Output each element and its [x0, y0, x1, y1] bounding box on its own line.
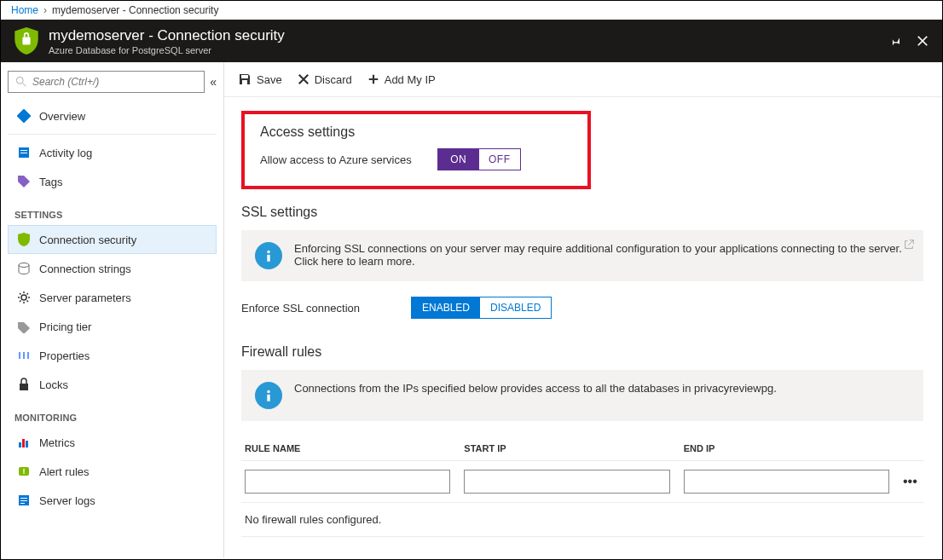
svg-point-1: [16, 77, 23, 84]
properties-icon: [17, 349, 31, 362]
shield-small-icon: [17, 233, 31, 246]
search-icon: [15, 76, 27, 88]
svg-text:!: !: [23, 467, 26, 476]
sidebar-item-pricing-tier[interactable]: Pricing tier: [8, 312, 217, 341]
svg-rect-19: [20, 498, 27, 499]
toggle-off[interactable]: OFF: [479, 149, 520, 170]
svg-point-26: [267, 390, 269, 393]
add-my-ip-button[interactable]: Add My IP: [367, 73, 436, 86]
toolbar: Save Discard Add My IP: [224, 62, 942, 97]
svg-rect-27: [267, 395, 269, 401]
svg-rect-23: [242, 80, 247, 84]
sidebar-item-server-parameters[interactable]: Server parameters: [8, 283, 217, 312]
sidebar-item-metrics[interactable]: Metrics: [8, 428, 217, 457]
collapse-icon[interactable]: «: [210, 75, 217, 89]
sidebar-item-alert-rules[interactable]: ! Alert rules: [8, 457, 217, 486]
gear-icon: [17, 291, 31, 304]
access-settings-title: Access settings: [260, 124, 572, 140]
sidebar-item-activity-log[interactable]: Activity log: [8, 138, 217, 167]
toggle-on[interactable]: ON: [438, 149, 479, 170]
search-input[interactable]: Search (Ctrl+/): [8, 71, 205, 93]
allow-azure-toggle[interactable]: ON OFF: [437, 148, 521, 170]
sidebar-item-label: Connection security: [39, 234, 136, 246]
col-end-ip: END IP: [684, 443, 889, 453]
ssl-info-box: Enforcing SSL connections on your server…: [241, 230, 923, 281]
sidebar-item-label: Server logs: [39, 494, 95, 507]
overview-icon: [17, 109, 31, 123]
svg-rect-25: [267, 255, 269, 262]
firewall-info-text: Connections from the IPs specified below…: [294, 382, 777, 395]
sidebar: Search (Ctrl+/) « Overview Activity log …: [1, 62, 224, 557]
toggle-disabled[interactable]: DISABLED: [480, 297, 551, 318]
enforce-ssl-toggle[interactable]: ENABLED DISABLED: [411, 297, 552, 319]
sidebar-item-label: Locks: [39, 378, 68, 391]
start-ip-input[interactable]: [464, 470, 669, 494]
svg-rect-12: [20, 384, 28, 390]
sidebar-group-monitoring: MONITORING: [14, 413, 210, 423]
svg-rect-6: [20, 153, 27, 153]
discard-label: Discard: [315, 73, 352, 86]
sidebar-item-label: Activity log: [39, 147, 92, 159]
sidebar-item-label: Server parameters: [39, 292, 131, 304]
enforce-ssl-label: Enforce SSL connection: [241, 302, 360, 315]
close-icon[interactable]: [917, 35, 929, 47]
firewall-rules-title: Firewall rules: [241, 344, 925, 360]
tag-icon: [17, 175, 31, 188]
firewall-new-row: •••: [241, 461, 923, 502]
sidebar-item-overview[interactable]: Overview: [8, 101, 217, 130]
svg-rect-21: [20, 503, 25, 504]
add-ip-label: Add My IP: [385, 73, 436, 86]
ssl-settings-title: SSL settings: [241, 205, 925, 220]
sidebar-item-label: Tags: [39, 176, 62, 188]
pin-icon[interactable]: [889, 35, 901, 47]
svg-rect-13: [19, 442, 21, 447]
save-icon: [238, 72, 252, 86]
sidebar-item-connection-security[interactable]: Connection security: [8, 225, 217, 254]
firewall-table: RULE NAME START IP END IP ••• No firewal…: [241, 436, 923, 537]
svg-point-7: [19, 263, 29, 268]
pricing-icon: [17, 320, 31, 333]
firewall-info-box: Connections from the IPs specified below…: [241, 370, 923, 421]
metrics-icon: [17, 436, 31, 449]
svg-rect-5: [20, 150, 27, 151]
svg-rect-0: [22, 37, 30, 44]
rule-name-input[interactable]: [245, 470, 450, 494]
discard-button[interactable]: Discard: [298, 73, 352, 86]
breadcrumb-home[interactable]: Home: [11, 4, 38, 16]
external-link-icon[interactable]: [903, 239, 915, 251]
shield-icon: [14, 27, 38, 55]
sidebar-group-settings: SETTINGS: [14, 210, 210, 220]
sidebar-item-tags[interactable]: Tags: [8, 167, 217, 196]
info-icon: [255, 242, 282, 269]
svg-point-8: [21, 295, 26, 300]
firewall-empty-message: No firewall rules configured.: [241, 502, 923, 537]
page-subtitle: Azure Database for PostgreSQL server: [49, 45, 285, 55]
search-placeholder: Search (Ctrl+/): [32, 76, 99, 88]
plus-icon: [367, 73, 379, 85]
sidebar-item-locks[interactable]: Locks: [8, 370, 217, 399]
alert-icon: !: [17, 465, 31, 478]
log-icon: [17, 146, 31, 159]
toggle-enabled[interactable]: ENABLED: [412, 297, 480, 318]
end-ip-input[interactable]: [684, 470, 889, 494]
sidebar-item-label: Overview: [39, 110, 85, 123]
ssl-info-text: Enforcing SSL connections on your server…: [294, 242, 910, 268]
row-menu-icon[interactable]: •••: [903, 474, 920, 489]
breadcrumb-current: mydemoserver - Connection security: [52, 4, 218, 16]
info-icon: [255, 382, 282, 409]
svg-rect-14: [22, 439, 25, 447]
main-content: Save Discard Add My IP Access settings A…: [224, 62, 942, 557]
sidebar-item-properties[interactable]: Properties: [8, 341, 217, 370]
col-start-ip: START IP: [464, 443, 669, 453]
chevron-right-icon: ›: [43, 4, 47, 16]
page-title: mydemoserver - Connection security: [49, 27, 285, 44]
save-button[interactable]: Save: [238, 72, 282, 86]
sidebar-item-server-logs[interactable]: Server logs: [8, 486, 217, 515]
lock-icon: [17, 378, 31, 391]
sidebar-item-label: Alert rules: [39, 465, 90, 478]
svg-point-24: [267, 251, 269, 253]
sidebar-item-label: Pricing tier: [39, 320, 91, 333]
page-header: mydemoserver - Connection security Azure…: [1, 20, 942, 62]
sidebar-item-connection-strings[interactable]: Connection strings: [8, 254, 217, 283]
svg-line-2: [23, 84, 26, 87]
